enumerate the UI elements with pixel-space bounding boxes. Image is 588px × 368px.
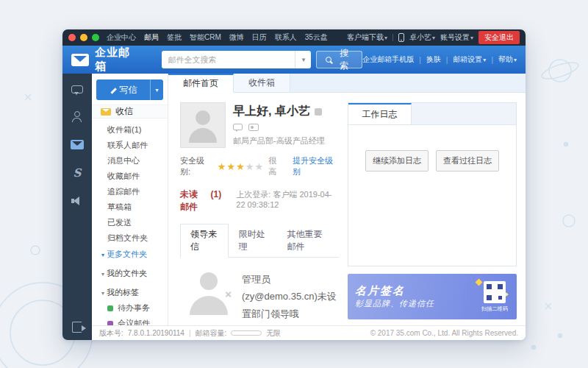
divider: | [189, 329, 191, 337]
user-role: 邮局产品部-高级产品经理 [233, 135, 325, 146]
mobile-version-link[interactable]: 企业邮箱手机版 [362, 54, 414, 65]
close-button[interactable] [68, 34, 76, 41]
chevron-down-icon: ▾ [384, 35, 387, 41]
mail-category-tabs: 领导来信 限时处理 其他重要邮件 [180, 224, 339, 258]
add-worklog-button[interactable]: 继续添加日志 [365, 150, 429, 171]
qr-code [484, 281, 506, 303]
app-header: 企业邮箱 ▾ 搜索 企业邮箱手机版 | 换肤 | 邮箱设置▾ | 帮助▾ [62, 46, 526, 74]
titlebar-right: 客户端下载▾ 卓小艺▾ 账号设置▾ 安全退出 [347, 31, 520, 44]
menu-item-enterprise-center[interactable]: 企业中心 [107, 32, 136, 43]
menu-item-contacts[interactable]: 联系人 [275, 32, 297, 43]
tag-color-dot [107, 305, 113, 311]
help-menu[interactable]: 帮助▾ [498, 54, 517, 65]
message-icon[interactable] [233, 124, 243, 130]
compose-dropdown-button[interactable]: ▾ [150, 79, 163, 100]
tag-meeting[interactable]: 会议邮件 [92, 316, 168, 325]
menu-item-smart-crm[interactable]: 智能CRM [190, 32, 221, 43]
skin-link[interactable]: 换肤 [426, 54, 441, 65]
chat-icon[interactable] [71, 85, 83, 93]
announcement-icon[interactable] [71, 197, 83, 205]
mail-settings-menu[interactable]: 邮箱设置▾ [453, 54, 486, 65]
profile-card-icon[interactable] [248, 124, 259, 131]
view-worklog-button[interactable]: 查看过往日志 [436, 150, 499, 171]
menu-item-weibo[interactable]: 微博 [229, 32, 244, 43]
chevron-down-icon: ▾ [470, 35, 473, 41]
content-tabs: 邮件首页 收件箱 [168, 74, 526, 93]
window-controls [68, 34, 99, 41]
header-links: 企业邮箱手机版 | 换肤 | 邮箱设置▾ | 帮助▾ [362, 54, 517, 65]
app-rail: S [62, 74, 92, 340]
edit-profile-icon[interactable] [315, 108, 322, 116]
sidebar-item-archive[interactable]: 归档文件夹 [92, 230, 168, 246]
tab-leader-mail[interactable]: 领导来信 [180, 224, 229, 258]
worklog-panel: 工作日志 继续添加日志 查看过往日志 [348, 102, 517, 266]
mobile-phone-icon[interactable] [398, 33, 404, 42]
exit-icon[interactable] [72, 322, 82, 333]
menu-item-cloud-disk[interactable]: 35云盘 [305, 32, 328, 43]
menu-item-calendar[interactable]: 日历 [252, 32, 267, 43]
search-scope-dropdown[interactable]: ▾ [295, 51, 311, 68]
sidebar-item-inbox[interactable]: 收件箱(1) [92, 122, 168, 138]
service-icon[interactable]: S [71, 167, 83, 179]
chevron-down-icon: ▾ [483, 57, 486, 63]
search-icon [326, 57, 331, 63]
my-tags-section[interactable]: ▾我的标签 [92, 284, 168, 300]
unread-count[interactable]: (1) [211, 189, 222, 199]
mail-icon[interactable] [71, 140, 84, 149]
main-content: 邮件首页 收件箱 早上好, 卓小艺 [168, 74, 526, 325]
version-label: 版本号: [99, 328, 123, 339]
security-level-row: 安全级别: ★★★★★ 很高 提升安全级别 [180, 155, 339, 177]
unread-label[interactable]: 未读邮件 [180, 188, 207, 213]
tab-other-important[interactable]: 其他重要邮件 [276, 224, 339, 257]
app-title: 企业邮箱 [95, 46, 141, 74]
avatar[interactable] [180, 102, 226, 148]
tab-inbox[interactable]: 收件箱 [234, 74, 290, 92]
promo-banner[interactable]: 名片签名 彰显品牌、传递信任 扫描二维码 [348, 274, 517, 319]
tab-worklog[interactable]: 工作日志 [348, 103, 412, 124]
user-menu[interactable]: 卓小艺▾ [409, 32, 435, 43]
capacity-value: 无限 [266, 328, 281, 339]
improve-security-link[interactable]: 提升安全级别 [293, 155, 339, 177]
sidebar-item-sent[interactable]: 已发送 [92, 215, 168, 230]
sidebar-item-drafts[interactable]: 草稿箱 [92, 199, 168, 215]
account-settings-menu[interactable]: 账号设置▾ [440, 32, 473, 43]
menu-item-mail-office[interactable]: 邮局 [144, 32, 159, 43]
zoom-button[interactable] [92, 34, 99, 41]
receive-mail-button[interactable]: 收信 [92, 105, 168, 118]
tab-time-limited[interactable]: 限时处理 [229, 224, 277, 257]
contacts-icon[interactable] [71, 111, 83, 122]
copyright: © 2017 35.com Co., Ltd. All Rights Reser… [370, 329, 518, 337]
sidebar-item-favorites[interactable]: 收藏邮件 [92, 169, 168, 184]
logout-button[interactable]: 安全退出 [478, 31, 520, 44]
x-mark-icon: × [225, 288, 232, 300]
search-box: ▾ [162, 51, 311, 68]
more-folders-toggle[interactable]: ▾更多文件夹 [92, 246, 168, 262]
sidebar-item-tracking[interactable]: 追踪邮件 [92, 184, 168, 199]
sidebar-item-contact-mail[interactable]: 联系人邮件 [92, 138, 168, 153]
envelope-icon [101, 108, 111, 116]
search-button[interactable]: 搜索 [316, 51, 362, 68]
security-stars: ★★★★★ [218, 161, 264, 172]
missing-person-icon: × [186, 271, 232, 316]
tag-todo[interactable]: 待办事务 [92, 300, 168, 316]
chevron-down-icon: ▾ [432, 35, 435, 41]
compose-button[interactable]: 写信 [96, 79, 150, 100]
minimize-button[interactable] [80, 34, 87, 41]
search-input[interactable] [162, 55, 295, 64]
divider [392, 34, 393, 41]
user-profile: 早上好, 卓小艺 邮局产品部-高级产品经理 [180, 102, 339, 148]
menu-item-sign-approval[interactable]: 签批 [167, 32, 182, 43]
mail-logo-icon [71, 54, 89, 66]
qr-block: 扫描二维码 [480, 281, 509, 313]
my-folders-section[interactable]: ▾我的文件夹 [92, 265, 168, 281]
divider: | [491, 56, 493, 64]
sidebar-item-message-center[interactable]: 消息中心 [92, 153, 168, 169]
tab-mail-home[interactable]: 邮件首页 [168, 74, 234, 93]
capacity-bar [231, 330, 262, 336]
compose-split-button: 写信 ▾ [96, 79, 163, 100]
divider: | [419, 56, 421, 64]
security-level-text: 很高 [268, 155, 284, 177]
security-label: 安全级别: [180, 155, 213, 177]
status-bar: 版本号: 7.8.0.1.20190114 | 邮箱容量: 无限 © 2017 … [92, 325, 526, 340]
client-download-menu[interactable]: 客户端下载▾ [347, 32, 387, 43]
